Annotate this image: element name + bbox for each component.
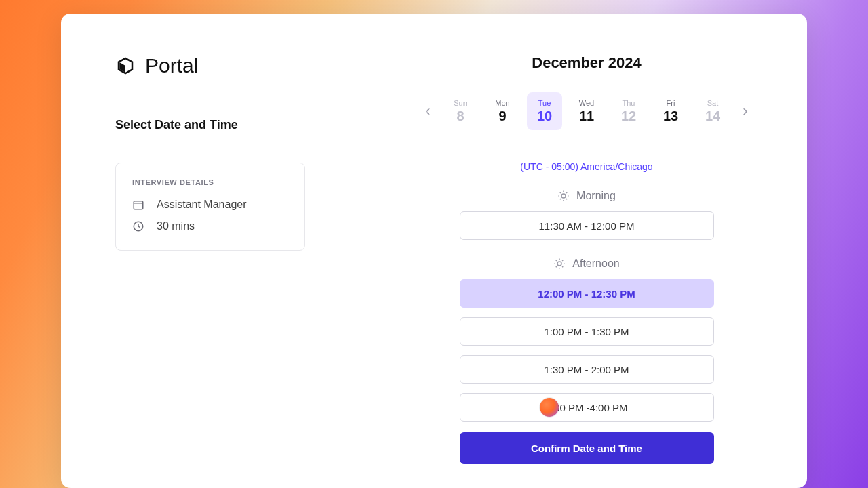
brand-name: Portal [145,54,198,77]
day-of-week: Sun [454,99,467,107]
day-number: 9 [498,108,506,124]
day-of-week: Thu [623,99,635,107]
time-slot[interactable]: 1:30 PM - 2:00 PM [460,355,714,384]
morning-slot-list: 11:30 AM - 12:00 PM [460,211,714,240]
details-position-row: Assistant Manager [132,199,288,211]
period-afternoon: Afternoon 12:00 PM - 12:30 PM1:00 PM - 1… [393,258,780,422]
day-of-week: Wed [579,99,594,107]
day-number: 14 [705,108,720,124]
time-slot[interactable]: 12:00 PM - 12:30 PM [460,279,714,308]
day-number: 8 [456,108,464,124]
day-cell[interactable]: Wed11 [569,92,604,130]
left-pane: Portal Select Date and Time INTERVIEW DE… [61,14,366,488]
time-slot[interactable]: 1:00 PM - 1:30 PM [460,317,714,346]
day-cell: Sun8 [443,92,478,130]
portal-logo-icon [115,56,136,76]
details-duration-row: 30 mins [132,220,288,232]
sun-icon [553,258,566,270]
day-cell: Thu12 [611,92,646,130]
scheduler-card: Portal Select Date and Time INTERVIEW DE… [61,14,807,488]
day-number: 11 [579,108,594,124]
day-number: 12 [621,108,636,124]
right-pane: December 2024 ‹ Sun8Mon9Tue10Wed11Thu12F… [366,14,807,488]
timezone-selector[interactable]: (UTC - 05:00) America/Chicago [520,161,652,172]
time-slot[interactable]: 3:30 PM -4:00 PM [460,393,714,422]
confirm-button[interactable]: Confirm Date and Time [460,432,714,464]
details-position: Assistant Manager [157,199,247,211]
day-number: 13 [663,108,678,124]
period-morning: Morning 11:30 AM - 12:00 PM [393,190,780,240]
day-of-week: Tue [538,99,551,107]
brand: Portal [115,54,338,77]
day-list: Sun8Mon9Tue10Wed11Thu12Fri13Sat14 [443,92,730,130]
prev-week-button[interactable]: ‹ [418,98,437,125]
chevron-left-icon: ‹ [425,102,430,120]
day-of-week: Sat [707,99,719,107]
details-duration: 30 mins [157,220,195,232]
svg-point-2 [561,194,566,198]
next-week-button[interactable]: › [736,98,755,125]
sun-icon [557,190,570,202]
interview-details-header: INTERVIEW DETAILS [132,178,288,186]
svg-rect-0 [134,201,143,209]
page-title: Select Date and Time [115,118,338,132]
day-of-week: Mon [495,99,509,107]
period-morning-label: Morning [576,190,616,202]
calendar-icon [132,199,144,211]
chevron-right-icon: › [743,102,747,120]
day-cell[interactable]: Fri13 [653,92,688,130]
period-afternoon-header: Afternoon [553,258,619,270]
day-cell[interactable]: Tue10 [527,92,562,130]
day-number: 10 [537,108,552,124]
period-morning-header: Morning [557,190,616,202]
interview-details-panel: INTERVIEW DETAILS Assistant Manager 30 m… [115,163,305,251]
period-afternoon-label: Afternoon [572,258,619,270]
month-label: December 2024 [532,54,641,72]
week-strip: ‹ Sun8Mon9Tue10Wed11Thu12Fri13Sat14 › [418,92,755,130]
day-cell: Sat14 [695,92,730,130]
svg-point-3 [557,262,561,266]
day-of-week: Fri [667,99,675,107]
time-slot[interactable]: 11:30 AM - 12:00 PM [460,211,714,240]
day-cell[interactable]: Mon9 [485,92,520,130]
clock-icon [132,220,144,232]
afternoon-slot-list: 12:00 PM - 12:30 PM1:00 PM - 1:30 PM1:30… [460,279,714,422]
